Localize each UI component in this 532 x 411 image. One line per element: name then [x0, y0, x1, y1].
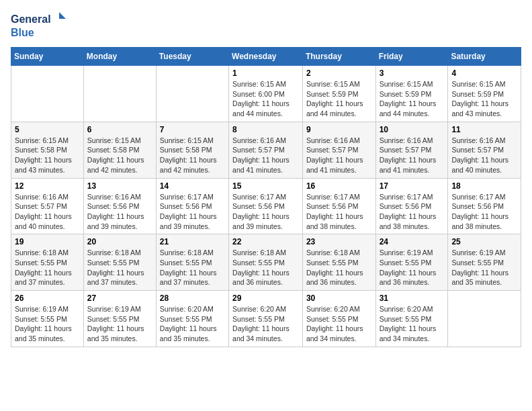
weekday-header-tuesday: Tuesday: [156, 48, 228, 66]
calendar-cell: 16Sunrise: 6:17 AM Sunset: 5:56 PM Dayli…: [302, 178, 375, 234]
weekday-header-saturday: Saturday: [448, 48, 521, 66]
day-detail: Sunrise: 6:18 AM Sunset: 5:55 PM Dayligh…: [160, 248, 225, 287]
day-number: 24: [380, 237, 445, 246]
calendar-cell: 5Sunrise: 6:15 AM Sunset: 5:58 PM Daylig…: [11, 122, 84, 178]
day-detail: Sunrise: 6:17 AM Sunset: 5:56 PM Dayligh…: [306, 192, 372, 232]
calendar-cell: 25Sunrise: 6:19 AM Sunset: 5:55 PM Dayli…: [448, 234, 521, 291]
page-header: GeneralBlue: [11, 11, 521, 40]
day-detail: Sunrise: 6:18 AM Sunset: 5:55 PM Dayligh…: [232, 248, 299, 287]
day-number: 4: [451, 68, 517, 78]
calendar-cell: 6Sunrise: 6:15 AM Sunset: 5:58 PM Daylig…: [83, 122, 156, 178]
day-number: 19: [15, 237, 80, 246]
calendar-cell: 27Sunrise: 6:19 AM Sunset: 5:55 PM Dayli…: [83, 291, 156, 347]
calendar-table: SundayMondayTuesdayWednesdayThursdayFrid…: [11, 47, 521, 347]
day-number: 9: [306, 125, 372, 134]
day-detail: Sunrise: 6:17 AM Sunset: 5:56 PM Dayligh…: [451, 192, 517, 232]
day-number: 29: [232, 293, 299, 303]
day-number: 26: [15, 293, 80, 303]
svg-marker-1: [59, 12, 66, 19]
day-detail: Sunrise: 6:16 AM Sunset: 5:57 PM Dayligh…: [15, 192, 80, 232]
weekday-header-thursday: Thursday: [302, 48, 375, 66]
day-detail: Sunrise: 6:15 AM Sunset: 5:58 PM Dayligh…: [87, 136, 152, 175]
day-detail: Sunrise: 6:19 AM Sunset: 5:55 PM Dayligh…: [380, 248, 445, 287]
calendar-cell: 1Sunrise: 6:15 AM Sunset: 6:00 PM Daylig…: [229, 66, 303, 122]
calendar-cell: 13Sunrise: 6:16 AM Sunset: 5:56 PM Dayli…: [83, 178, 156, 234]
day-number: 22: [232, 237, 299, 246]
calendar-cell: 15Sunrise: 6:17 AM Sunset: 5:56 PM Dayli…: [229, 178, 303, 234]
day-detail: Sunrise: 6:16 AM Sunset: 5:57 PM Dayligh…: [306, 136, 372, 175]
calendar-cell: 28Sunrise: 6:20 AM Sunset: 5:55 PM Dayli…: [156, 291, 228, 347]
day-detail: Sunrise: 6:15 AM Sunset: 5:59 PM Dayligh…: [451, 79, 517, 119]
calendar-cell: [11, 66, 84, 122]
calendar-cell: 24Sunrise: 6:19 AM Sunset: 5:55 PM Dayli…: [375, 234, 448, 291]
calendar-cell: 8Sunrise: 6:16 AM Sunset: 5:57 PM Daylig…: [229, 122, 303, 178]
day-detail: Sunrise: 6:20 AM Sunset: 5:55 PM Dayligh…: [160, 304, 225, 344]
day-number: 20: [87, 237, 152, 246]
calendar-cell: 14Sunrise: 6:17 AM Sunset: 5:56 PM Dayli…: [156, 178, 228, 234]
day-number: 18: [451, 181, 517, 191]
calendar-cell: 30Sunrise: 6:20 AM Sunset: 5:55 PM Dayli…: [302, 291, 375, 347]
day-detail: Sunrise: 6:18 AM Sunset: 5:55 PM Dayligh…: [87, 248, 152, 287]
day-detail: Sunrise: 6:18 AM Sunset: 5:55 PM Dayligh…: [306, 248, 372, 287]
calendar-cell: [83, 66, 156, 122]
calendar-cell: 31Sunrise: 6:20 AM Sunset: 5:55 PM Dayli…: [375, 291, 448, 347]
day-number: 31: [380, 293, 445, 303]
day-detail: Sunrise: 6:15 AM Sunset: 5:59 PM Dayligh…: [306, 79, 372, 119]
calendar-cell: 10Sunrise: 6:16 AM Sunset: 5:57 PM Dayli…: [375, 122, 448, 178]
svg-text:General: General: [11, 13, 51, 25]
day-number: 6: [87, 125, 152, 134]
day-number: 14: [160, 181, 225, 191]
day-detail: Sunrise: 6:15 AM Sunset: 5:58 PM Dayligh…: [15, 136, 80, 175]
calendar-cell: 4Sunrise: 6:15 AM Sunset: 5:59 PM Daylig…: [448, 66, 521, 122]
day-detail: Sunrise: 6:20 AM Sunset: 5:55 PM Dayligh…: [232, 304, 299, 344]
day-number: 25: [451, 237, 517, 246]
day-number: 8: [232, 125, 299, 134]
day-number: 1: [232, 68, 299, 78]
day-detail: Sunrise: 6:19 AM Sunset: 5:55 PM Dayligh…: [15, 304, 80, 344]
calendar-cell: 9Sunrise: 6:16 AM Sunset: 5:57 PM Daylig…: [302, 122, 375, 178]
day-detail: Sunrise: 6:15 AM Sunset: 6:00 PM Dayligh…: [232, 79, 299, 119]
day-number: 13: [87, 181, 152, 191]
calendar-cell: [448, 291, 521, 347]
day-detail: Sunrise: 6:17 AM Sunset: 5:56 PM Dayligh…: [380, 192, 445, 232]
calendar-cell: 29Sunrise: 6:20 AM Sunset: 5:55 PM Dayli…: [229, 291, 303, 347]
day-number: 28: [160, 293, 225, 303]
calendar-cell: 20Sunrise: 6:18 AM Sunset: 5:55 PM Dayli…: [83, 234, 156, 291]
day-detail: Sunrise: 6:16 AM Sunset: 5:57 PM Dayligh…: [451, 136, 517, 175]
svg-text:Blue: Blue: [11, 27, 34, 38]
weekday-header-monday: Monday: [83, 48, 156, 66]
day-detail: Sunrise: 6:17 AM Sunset: 5:56 PM Dayligh…: [160, 192, 225, 232]
calendar-cell: 19Sunrise: 6:18 AM Sunset: 5:55 PM Dayli…: [11, 234, 84, 291]
day-number: 3: [380, 68, 445, 78]
day-detail: Sunrise: 6:18 AM Sunset: 5:55 PM Dayligh…: [15, 248, 80, 287]
day-number: 21: [160, 237, 225, 246]
day-number: 16: [306, 181, 372, 191]
calendar-cell: 23Sunrise: 6:18 AM Sunset: 5:55 PM Dayli…: [302, 234, 375, 291]
calendar-cell: 22Sunrise: 6:18 AM Sunset: 5:55 PM Dayli…: [229, 234, 303, 291]
calendar-cell: 18Sunrise: 6:17 AM Sunset: 5:56 PM Dayli…: [448, 178, 521, 234]
day-detail: Sunrise: 6:19 AM Sunset: 5:55 PM Dayligh…: [451, 248, 517, 287]
day-number: 10: [380, 125, 445, 134]
day-detail: Sunrise: 6:20 AM Sunset: 5:55 PM Dayligh…: [380, 304, 445, 344]
day-number: 23: [306, 237, 372, 246]
logo: GeneralBlue: [11, 11, 71, 40]
day-detail: Sunrise: 6:15 AM Sunset: 5:58 PM Dayligh…: [160, 136, 225, 175]
calendar-cell: [156, 66, 228, 122]
calendar-cell: 12Sunrise: 6:16 AM Sunset: 5:57 PM Dayli…: [11, 178, 84, 234]
logo-svg: GeneralBlue: [11, 11, 71, 40]
weekday-header-wednesday: Wednesday: [229, 48, 303, 66]
day-detail: Sunrise: 6:15 AM Sunset: 5:59 PM Dayligh…: [380, 79, 445, 119]
day-detail: Sunrise: 6:19 AM Sunset: 5:55 PM Dayligh…: [87, 304, 152, 344]
day-detail: Sunrise: 6:16 AM Sunset: 5:57 PM Dayligh…: [232, 136, 299, 175]
day-number: 12: [15, 181, 80, 191]
calendar-cell: 11Sunrise: 6:16 AM Sunset: 5:57 PM Dayli…: [448, 122, 521, 178]
calendar-cell: 26Sunrise: 6:19 AM Sunset: 5:55 PM Dayli…: [11, 291, 84, 347]
day-number: 17: [380, 181, 445, 191]
weekday-header-sunday: Sunday: [11, 48, 84, 66]
day-number: 7: [160, 125, 225, 134]
calendar-cell: 21Sunrise: 6:18 AM Sunset: 5:55 PM Dayli…: [156, 234, 228, 291]
day-number: 11: [451, 125, 517, 134]
day-number: 15: [232, 181, 299, 191]
calendar-cell: 2Sunrise: 6:15 AM Sunset: 5:59 PM Daylig…: [302, 66, 375, 122]
day-detail: Sunrise: 6:16 AM Sunset: 5:57 PM Dayligh…: [380, 136, 445, 175]
